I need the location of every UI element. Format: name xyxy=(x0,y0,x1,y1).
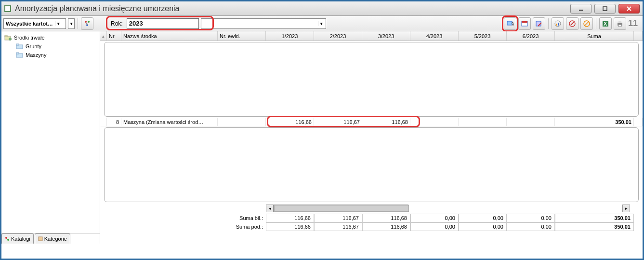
table-row[interactable]: 8 Maszyna (Zmiana wartości środ… 116,66 … xyxy=(100,118,643,126)
svg-rect-25 xyxy=(618,21,621,23)
toolbar: Wszystkie kartot… ▾ ▾ Rok: ▾ % X 11 xyxy=(1,16,643,31)
sort-indicator[interactable]: ▴ xyxy=(100,31,107,41)
tree-item-grunty[interactable]: Grunty xyxy=(3,42,98,51)
year-label: Rok: xyxy=(107,18,127,29)
col-ewid[interactable]: Nr. ewid. xyxy=(218,31,266,41)
separator xyxy=(548,18,549,29)
folder-icon xyxy=(16,43,24,49)
pod-4: 0,00 xyxy=(410,222,459,231)
pod-1: 116,66 xyxy=(266,222,314,231)
block-button[interactable] xyxy=(580,17,593,30)
row-month-6 xyxy=(507,118,555,126)
pod-2: 116,67 xyxy=(314,222,362,231)
suma-bil-label: Suma bil.: xyxy=(100,214,266,222)
col-month-1[interactable]: 1/2023 xyxy=(266,31,314,41)
svg-rect-33 xyxy=(16,53,19,54)
col-nr[interactable]: Nr xyxy=(107,31,121,41)
settings-button[interactable]: % xyxy=(504,17,516,30)
secondary-combo[interactable]: ▾ xyxy=(201,18,326,29)
bil-1: 116,66 xyxy=(266,214,314,222)
bil-5: 0,00 xyxy=(459,214,507,222)
app-icon xyxy=(4,5,11,12)
bil-sum: 350,01 xyxy=(555,214,634,222)
scroll-track[interactable] xyxy=(274,205,408,212)
svg-text:%: % xyxy=(512,21,514,27)
chart-button[interactable] xyxy=(552,17,564,30)
col-month-2[interactable]: 2/2023 xyxy=(314,31,362,41)
tab-katalogi[interactable]: Katalogi xyxy=(1,233,34,244)
row-month-5 xyxy=(459,118,507,126)
calendar-button[interactable] xyxy=(518,17,531,30)
row-ewid xyxy=(218,118,266,126)
bil-2: 116,67 xyxy=(314,214,362,222)
horizontal-scrollbar-right[interactable]: ▸ xyxy=(622,205,630,212)
tree-root[interactable]: Środki trwałe xyxy=(3,33,98,42)
row-suma: 350,01 xyxy=(555,118,634,126)
column-headers: ▴ Nr Nazwa środka Nr. ewid. 1/2023 2/202… xyxy=(100,31,643,41)
separator xyxy=(596,18,596,29)
lower-grid-panel xyxy=(104,127,639,202)
scroll-right-button[interactable]: ▸ xyxy=(622,205,630,212)
tree-icon xyxy=(5,236,10,241)
tab-label: Katalogi xyxy=(11,236,30,242)
pod-6: 0,00 xyxy=(507,222,555,231)
svg-rect-12 xyxy=(522,21,527,23)
folder-tree-icon xyxy=(4,35,12,41)
svg-line-19 xyxy=(571,22,574,25)
left-tabs: Katalogi Kategorie xyxy=(1,233,100,244)
row-month-1: 116,66 xyxy=(266,118,314,126)
col-suma[interactable]: Suma xyxy=(555,31,634,41)
print-button[interactable] xyxy=(614,17,626,30)
tree-item-maszyny[interactable]: Maszyny xyxy=(3,51,98,59)
main-area: Środki trwałe Grunty Maszyny Katalogi Ka… xyxy=(1,31,643,244)
chevron-down-icon: ▾ xyxy=(68,21,74,26)
svg-rect-26 xyxy=(618,25,621,27)
col-month-6[interactable]: 6/2023 xyxy=(507,31,555,41)
suma-pod-label: Suma pod.: xyxy=(100,222,266,231)
clear-button[interactable] xyxy=(566,17,578,30)
col-month-4[interactable]: 4/2023 xyxy=(410,31,459,41)
hscroll-row: ◂ ▸ xyxy=(100,204,643,213)
footer-totals: Suma bil.: 116,66 116,67 116,68 0,00 0,0… xyxy=(100,214,643,231)
col-scrollpad xyxy=(634,31,643,41)
pod-sum: 350,01 xyxy=(555,222,634,231)
filter-extra-dropdown[interactable]: ▾ xyxy=(68,18,75,29)
bil-4: 0,00 xyxy=(410,214,459,222)
year-input[interactable] xyxy=(127,18,199,29)
col-nazwa[interactable]: Nazwa środka xyxy=(121,31,218,41)
svg-rect-1 xyxy=(603,7,607,11)
filter-combo-text: Wszystkie kartot… xyxy=(6,21,53,27)
window-title: Amortyzacja planowana i miesięczne umorz… xyxy=(15,4,570,13)
col-month-3[interactable]: 3/2023 xyxy=(362,31,410,41)
tab-label: Kategorie xyxy=(44,236,67,242)
svg-rect-17 xyxy=(558,23,559,26)
tree: Środki trwałe Grunty Maszyny xyxy=(1,31,100,233)
excel-export-button[interactable]: X xyxy=(599,17,612,30)
minimize-button[interactable] xyxy=(570,4,591,14)
left-panel: Środki trwałe Grunty Maszyny Katalogi Ka… xyxy=(1,31,100,244)
filter-combo[interactable]: Wszystkie kartot… ▾ xyxy=(3,18,66,29)
maximize-button[interactable] xyxy=(594,4,616,14)
tree-root-label: Środki trwałe xyxy=(14,35,45,41)
row-month-3: 116,68 xyxy=(362,118,410,126)
svg-rect-28 xyxy=(5,35,7,37)
separator xyxy=(78,18,78,29)
list-icon xyxy=(38,236,43,241)
col-month-5[interactable]: 5/2023 xyxy=(459,31,507,41)
scroll-thumb[interactable] xyxy=(274,205,409,212)
chevron-down-icon: ▾ xyxy=(318,21,324,26)
svg-text:X: X xyxy=(604,21,607,27)
scroll-left-button[interactable]: ◂ xyxy=(266,205,274,212)
row-nazwa: Maszyna (Zmiana wartości środ… xyxy=(121,118,218,126)
svg-rect-36 xyxy=(39,237,42,241)
tab-kategorie[interactable]: Kategorie xyxy=(35,233,70,244)
horizontal-scrollbar[interactable]: ◂ xyxy=(266,205,408,212)
record-count: 11 xyxy=(628,18,638,28)
row-marker xyxy=(100,118,107,126)
edit-button[interactable] xyxy=(533,17,545,30)
close-button[interactable] xyxy=(618,4,640,14)
row-month-2: 116,67 xyxy=(314,118,362,126)
footer-row-bil: Suma bil.: 116,66 116,67 116,68 0,00 0,0… xyxy=(100,214,643,222)
tree-refresh-button[interactable] xyxy=(81,17,93,30)
row-month-4 xyxy=(410,118,459,126)
